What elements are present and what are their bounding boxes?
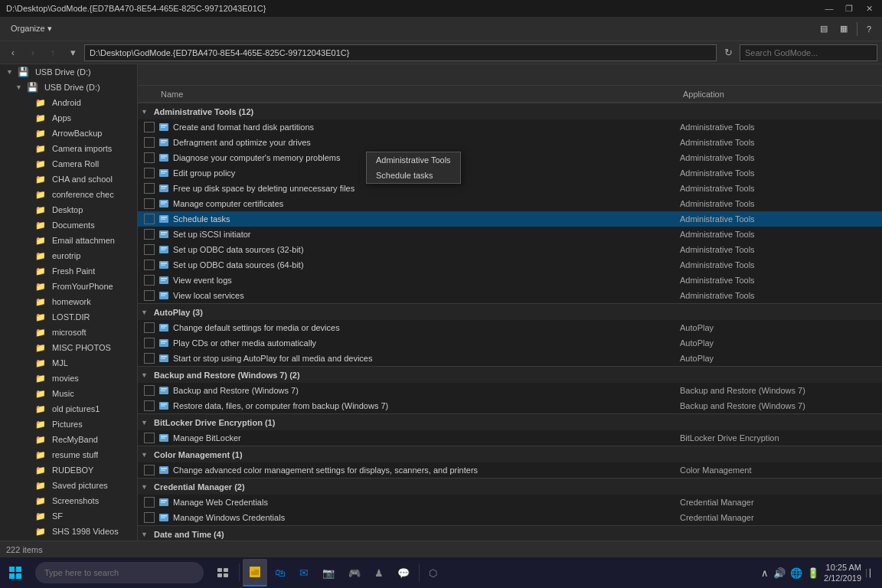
sidebar-item-23[interactable]: 📁Pictures — [0, 416, 137, 432]
network-icon[interactable]: 🌐 — [790, 567, 802, 579]
row-check-0-3[interactable] — [141, 168, 158, 178]
col-application[interactable]: Application — [680, 90, 879, 99]
checkbox-2-0[interactable] — [144, 385, 155, 396]
sidebar-item-24[interactable]: 📁RecMyBand — [0, 432, 137, 447]
group-header-1[interactable]: ▼ AutoPlay (3) — [138, 303, 882, 320]
checkbox-0-0[interactable] — [144, 122, 155, 132]
photos-taskbar-btn[interactable]: 📷 — [316, 559, 341, 586]
sidebar-item-6[interactable]: 📁Camera Roll — [0, 156, 137, 172]
checkbox-4-0[interactable] — [144, 465, 155, 475]
sidebar-item-4[interactable]: 📁ArrowBackup — [0, 126, 137, 141]
checkbox-1-0[interactable] — [144, 322, 155, 333]
checkbox-0-10[interactable] — [144, 275, 155, 286]
checkbox-5-1[interactable] — [144, 512, 155, 523]
sidebar-item-13[interactable]: 📁Fresh Paint — [0, 263, 137, 279]
row-check-4-0[interactable] — [141, 465, 158, 475]
sidebar-item-1[interactable]: ▼💾USB Drive (D:) — [0, 80, 137, 95]
sidebar-item-29[interactable]: 📁SF — [0, 508, 137, 524]
volume-icon[interactable]: 🔊 — [773, 567, 786, 579]
row-check-0-1[interactable] — [141, 137, 158, 148]
sidebar-item-12[interactable]: 📁eurotrip — [0, 248, 137, 263]
sidebar-item-25[interactable]: 📁resume stuff — [0, 447, 137, 462]
sidebar-item-7[interactable]: 📁CHA and school — [0, 172, 137, 187]
file-row-0-10[interactable]: View event logs Administrative Tools — [138, 273, 882, 288]
row-check-0-9[interactable] — [141, 260, 158, 270]
checkbox-1-2[interactable] — [144, 353, 155, 364]
checkbox-0-5[interactable] — [144, 198, 155, 209]
sidebar-item-8[interactable]: 📁conference chec — [0, 187, 137, 202]
row-check-1-1[interactable] — [141, 338, 158, 348]
group-header-5[interactable]: ▼ Credential Manager (2) — [138, 478, 882, 495]
clock[interactable]: 10:25 AM 2/12/2019 — [824, 562, 861, 584]
organize-button[interactable]: Organize ▾ — [6, 20, 57, 38]
sidebar-item-21[interactable]: 📁Music — [0, 386, 137, 401]
search-input[interactable] — [740, 44, 877, 61]
group-header-6[interactable]: ▼ Date and Time (4) — [138, 525, 882, 541]
back-button[interactable]: ‹ — [5, 44, 21, 61]
file-row-2-1[interactable]: Restore data, files, or computer from ba… — [138, 398, 882, 413]
maximize-btn[interactable]: ❐ — [842, 4, 856, 14]
checkbox-2-1[interactable] — [144, 400, 155, 411]
sidebar-item-22[interactable]: 📁old pictures1 — [0, 401, 137, 416]
sidebar-item-30[interactable]: 📁SHS 1998 Videos — [0, 524, 137, 539]
row-check-0-8[interactable] — [141, 244, 158, 255]
sidebar-item-20[interactable]: 📁movies — [0, 371, 137, 386]
sidebar-item-3[interactable]: 📁Apps — [0, 110, 137, 126]
file-row-3-0[interactable]: Manage BitLocker BitLocker Drive Encrypt… — [138, 430, 882, 446]
sidebar-item-5[interactable]: 📁Camera imports — [0, 141, 137, 156]
popup-item-1[interactable]: Schedule tasks — [367, 168, 460, 183]
explorer-taskbar-btn[interactable] — [243, 559, 267, 586]
sidebar-item-27[interactable]: 📁Saved pictures — [0, 478, 137, 493]
sidebar-item-9[interactable]: 📁Desktop — [0, 202, 137, 217]
file-row-4-0[interactable]: Change advanced color management setting… — [138, 462, 882, 478]
minimize-btn[interactable]: — — [822, 4, 836, 14]
recent-button[interactable]: ▾ — [64, 44, 81, 61]
sidebar-item-28[interactable]: 📁Screenshots — [0, 493, 137, 508]
file-row-0-7[interactable]: Set up iSCSI initiator Administrative To… — [138, 227, 882, 242]
checkbox-0-9[interactable] — [144, 260, 155, 270]
sidebar-item-15[interactable]: 📁homework — [0, 294, 137, 309]
sidebar-item-26[interactable]: 📁RUDEBOY — [0, 462, 137, 478]
sidebar-item-16[interactable]: 📁LOST.DIR — [0, 309, 137, 325]
popup-item-0[interactable]: Administrative Tools — [367, 152, 460, 168]
row-check-5-0[interactable] — [141, 497, 158, 508]
row-check-0-7[interactable] — [141, 229, 158, 240]
checkbox-0-8[interactable] — [144, 244, 155, 255]
row-check-0-2[interactable] — [141, 152, 158, 163]
row-check-5-1[interactable] — [141, 512, 158, 523]
sidebar-item-17[interactable]: 📁microsoft — [0, 325, 137, 340]
forward-button[interactable]: › — [24, 44, 41, 61]
start-button[interactable] — [3, 559, 28, 586]
checkbox-0-3[interactable] — [144, 168, 155, 178]
file-row-0-1[interactable]: Defragment and optimize your drives Admi… — [138, 135, 882, 150]
row-check-0-4[interactable] — [141, 183, 158, 194]
row-check-0-0[interactable] — [141, 122, 158, 132]
file-row-0-5[interactable]: Manage computer certificates Administrat… — [138, 196, 882, 211]
group-header-2[interactable]: ▼ Backup and Restore (Windows 7) (2) — [138, 366, 882, 383]
store-taskbar-btn[interactable]: 🛍 — [269, 559, 292, 586]
checkbox-0-4[interactable] — [144, 183, 155, 194]
row-check-0-11[interactable] — [141, 290, 158, 301]
row-check-1-0[interactable] — [141, 322, 158, 333]
file-row-2-0[interactable]: Backup and Restore (Windows 7) Backup an… — [138, 383, 882, 398]
close-btn[interactable]: ✕ — [862, 4, 876, 14]
file-row-0-8[interactable]: Set up ODBC data sources (32-bit) Admini… — [138, 242, 882, 257]
group-header-0[interactable]: ▼ Administrative Tools (12) — [138, 103, 882, 119]
show-hidden-icons[interactable]: ∧ — [761, 567, 769, 579]
checkbox-0-2[interactable] — [144, 152, 155, 163]
group-header-3[interactable]: ▼ BitLocker Drive Encryption (1) — [138, 413, 882, 430]
row-check-1-2[interactable] — [141, 353, 158, 364]
col-name[interactable]: Name — [158, 90, 680, 99]
file-row-0-2[interactable]: Diagnose your computer's memory problems… — [138, 150, 882, 165]
sidebar-item-2[interactable]: 📁Android — [0, 95, 137, 110]
file-row-1-2[interactable]: Start or stop using AutoPlay for all med… — [138, 351, 882, 366]
task-view-btn[interactable] — [211, 559, 236, 586]
chess-taskbar-btn[interactable]: ♟ — [368, 559, 390, 586]
row-check-0-5[interactable] — [141, 198, 158, 209]
show-desktop-btn[interactable]: ▏ — [866, 569, 876, 577]
refresh-button[interactable]: ↻ — [720, 44, 737, 61]
sidebar-item-11[interactable]: 📁Email attachmen — [0, 233, 137, 248]
file-row-1-1[interactable]: Play CDs or other media automatically Au… — [138, 335, 882, 351]
checkbox-3-0[interactable] — [144, 433, 155, 443]
checkbox-1-1[interactable] — [144, 338, 155, 348]
